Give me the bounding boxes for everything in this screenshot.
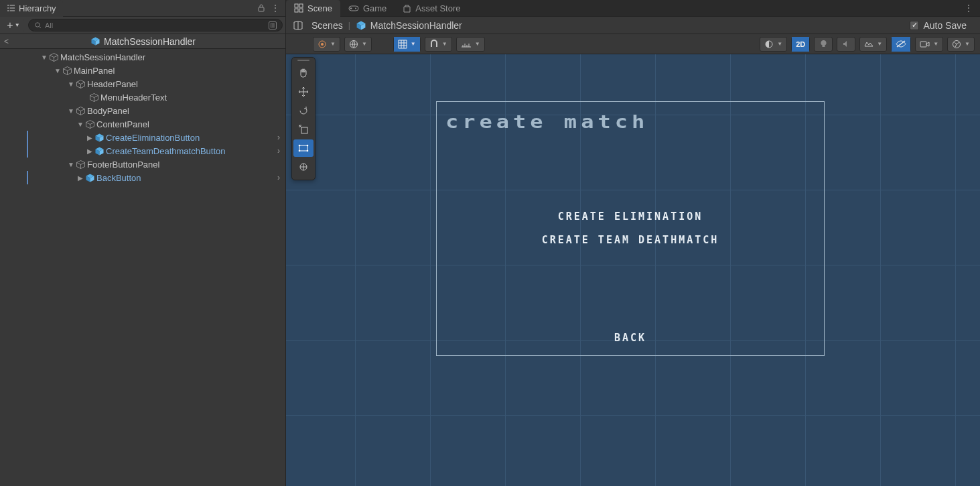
open-prefab-arrow-icon[interactable]: › [277,133,280,142]
create-gameobject-button[interactable]: + ▼ [3,19,24,32]
prefab-override-indicator [27,144,28,158]
hierarchy-icon [7,4,15,13]
move-tool-button[interactable] [293,83,313,101]
create-team-deathmatch-button[interactable]: CREATE TEAM DEATHMATCH [436,234,825,246]
svg-point-19 [307,145,309,147]
scenes-crumb[interactable]: Scenes [293,20,343,31]
hierarchy-tab-bar: Hierarchy ⋮ [0,0,285,17]
snapping-button[interactable]: ▼ [425,37,451,52]
audio-button[interactable] [837,37,855,52]
tree-row-headerpanel[interactable]: ▼ HeaderPanel [0,77,285,90]
tab-scene-label: Scene [307,3,332,13]
expand-toggle[interactable]: ▼ [67,107,75,115]
tree-row-footerbuttonpanel[interactable]: ▼ FooterButtonPanel [0,158,285,171]
increment-snap-button[interactable]: ▼ [457,37,484,52]
svg-line-2 [40,27,42,29]
open-prefab-arrow-icon[interactable]: › [277,173,280,182]
scene-view-panel: Scene Game Asset Store ⋮ Scenes | MatchS… [286,0,980,486]
prefab-icon [90,36,100,47]
grid-toggle-button[interactable]: ▼ [394,37,420,52]
hierarchy-search-input[interactable]: ▥ [28,19,283,32]
create-elimination-button[interactable]: CREATE ELIMINATION [436,210,825,223]
tree-row-label: CreateTeamDeathmatchButton [106,146,225,156]
svg-point-8 [355,8,356,9]
scene-tabs: Scene Game Asset Store ⋮ [286,0,980,17]
scene-viewport[interactable]: Create Match CREATE ELIMINATION CREATE T… [286,54,980,486]
lock-icon[interactable] [257,4,265,12]
tree-row-menuheadertext[interactable]: MenuHeaderText [0,90,285,104]
expand-toggle[interactable]: ▼ [54,67,62,74]
expand-toggle[interactable]: ▼ [67,80,75,88]
prefab-crumb[interactable]: MatchSessionHandler [356,20,462,31]
snap-group: ▼ [425,37,452,52]
checkbox-checked-icon: ✓ [910,21,919,30]
expand-toggle[interactable]: ▶ [86,134,94,141]
back-button[interactable]: BACK [436,332,825,344]
gameobject-icon [75,105,86,116]
auto-save-toggle[interactable]: ✓ Auto Save [910,20,973,31]
tree-row-contentpanel[interactable]: ▼ ContentPanel [0,117,285,131]
rect-tool-button[interactable] [293,139,313,157]
tab-asset-store[interactable]: Asset Store [395,0,468,17]
tab-game-label: Game [363,3,387,13]
tree-row-matchsessionhandler[interactable]: ▼ MatchSessionHandler [0,50,285,64]
tab-scene[interactable]: Scene [286,0,340,17]
expand-toggle[interactable]: ▼ [67,161,75,168]
hierarchy-search-field[interactable] [45,21,265,29]
tab-game[interactable]: Game [340,0,395,17]
tree-row-backbutton[interactable]: ▶ BackButton › [0,171,285,184]
scale-tool-button[interactable] [293,121,313,138]
tree-row-mainpanel[interactable]: ▼ MainPanel [0,64,285,77]
scene-lighting-button[interactable] [815,37,832,52]
rotate-tool-button[interactable] [293,102,313,119]
expand-toggle[interactable]: ▶ [86,147,94,155]
scene-overlay-toolbar: ▼ ▼ ▼ ▼ [286,34,980,54]
gamepad-icon [348,4,359,12]
prefab-breadcrumb-row: < MatchSessionHandler [0,34,285,49]
prefab-override-indicator [27,171,28,184]
draw-mode-group: ▼ [313,37,340,52]
transform-tool-button[interactable] [293,158,313,176]
hierarchy-tree[interactable]: ▼ MatchSessionHandler ▼ MainPanel ▼ Head… [0,49,285,486]
expand-toggle[interactable]: ▼ [76,121,84,128]
2d-mode-button[interactable]: 2D [792,37,809,52]
2d3d-group: ▼ [344,37,372,52]
panel-menu-icon[interactable]: ⋮ [964,3,980,13]
svg-rect-4 [299,4,303,7]
hierarchy-tab[interactable]: Hierarchy [0,0,63,17]
search-icon [34,21,42,29]
breadcrumb-prefab-label: MatchSessionHandler [104,36,196,47]
gameobject-icon [75,78,86,89]
tree-row-label: MenuHeaderText [100,93,167,103]
expand-toggle[interactable]: ▼ [40,54,48,61]
gizmos-button[interactable]: ▼ [948,37,974,52]
shading-mode-button[interactable]: ▼ [313,37,340,52]
visibility-button[interactable] [892,37,910,52]
perspective-button[interactable]: ▼ [345,37,371,52]
prefab-override-indicator [27,131,28,144]
bag victims-icon [403,4,411,13]
hierarchy-panel: Hierarchy ⋮ + ▼ ▥ < [0,0,286,486]
lighting-button[interactable]: ▼ [760,37,786,52]
breadcrumb-back-button[interactable]: < [4,37,9,46]
panel-menu-icon[interactable]: ⋮ [271,3,280,13]
gameobject-icon [62,65,72,76]
grid-snap-group: ▼ [393,37,421,52]
tree-row-createteamdeathmatchbutton[interactable]: ▶ CreateTeamDeathmatchButton › [0,144,285,158]
tree-row-createeliminationbutton[interactable]: ▶ CreateEliminationButton › [0,131,285,144]
svg-point-21 [307,150,309,152]
hand-tool-button[interactable] [293,64,313,82]
expand-toggle[interactable]: ▶ [76,174,84,182]
svg-rect-5 [295,9,298,12]
search-type-icon[interactable]: ▥ [269,21,277,29]
scene-tools-palette[interactable] [291,57,316,180]
tree-row-label: ContentPanel [96,119,149,129]
fx-button[interactable]: ▼ [860,37,886,52]
palette-drag-handle[interactable] [292,58,315,63]
open-prefab-arrow-icon[interactable]: › [277,146,280,156]
camera-button[interactable]: ▼ [916,37,942,52]
svg-point-1 [36,23,40,27]
tree-row-bodypanel[interactable]: ▼ BodyPanel [0,104,285,117]
svg-rect-16 [301,127,307,133]
breadcrumb-separator: | [348,21,350,30]
